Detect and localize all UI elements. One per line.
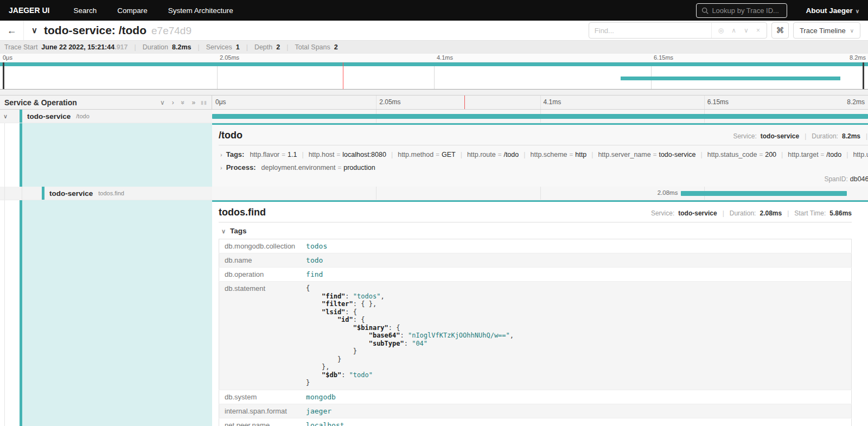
tag-separator: | (781, 151, 783, 158)
tag-separator: | (524, 151, 525, 158)
span-id-row: SpanID:db046b8efc5b7452 (824, 175, 868, 183)
tag-key: net.peer.name (219, 418, 301, 426)
minimap-left-scrubber[interactable] (3, 62, 4, 89)
tag-row: db.mongodb.collectiontodos (219, 239, 852, 253)
timeline-tick: 8.2ms (847, 98, 865, 106)
clear-find-icon[interactable]: × (756, 27, 760, 34)
minimap-cursor-guide (343, 62, 343, 89)
minimap-tick: 2.05ms (217, 54, 239, 61)
nav-item-search[interactable]: Search (73, 7, 97, 15)
tag-key: db.operation (219, 268, 301, 282)
chevron-down-icon: ∨ (850, 28, 854, 34)
chevron-down-icon: ∨ (856, 8, 859, 14)
minimap-tick-labels: 0μs 2.05ms 4.1ms 6.15ms 8.2ms (0, 54, 868, 62)
tags-section-toggle[interactable]: ∨Tags (220, 227, 852, 235)
tag-value: { "find": "todos", "filter": { }, "lsid"… (301, 282, 851, 390)
span-row-child[interactable]: todo-service todos.find 2.08ms (0, 187, 868, 200)
tag-row: db.statement{ "find": "todos", "filter":… (219, 282, 852, 390)
timeline-cursor-guide (464, 96, 465, 109)
tag-value: mongodb (301, 390, 851, 404)
tag-key: db.statement (219, 282, 301, 390)
timeline-tick: 2.05ms (376, 98, 400, 106)
detail-operation-title[interactable]: /todo (219, 130, 242, 141)
minimap-gridline (651, 62, 652, 89)
tag-item: http.status_code=200 (707, 151, 776, 158)
minimap-tick: 8.2ms (850, 54, 866, 61)
inline-tag-list: http.flavor=1.1|http.host=localhost:8080… (250, 151, 868, 158)
trace-collapse-chevron-icon[interactable]: ∨ (31, 26, 37, 35)
expand-one-icon[interactable]: › (172, 99, 174, 106)
services-value: 1 (236, 43, 240, 51)
minimap-tick: 4.1ms (434, 54, 453, 61)
keyboard-shortcuts-button[interactable]: ⌘ (771, 22, 789, 39)
collapse-one-icon[interactable]: ∨ (160, 99, 165, 106)
span-detail-gutter (0, 123, 212, 187)
span-detail-root: /todo Service:todo-service | Duration:8.… (0, 123, 868, 187)
tag-separator: | (701, 151, 703, 158)
trace-start-label: Trace Start (4, 43, 37, 51)
find-input[interactable]: Find... (589, 23, 711, 38)
chevron-right-icon: › (220, 151, 222, 158)
timeline-tick: 6.15ms (704, 98, 729, 106)
span-row-root[interactable]: ∨ todo-service /todo (0, 110, 868, 123)
tag-item: http.user_agent=M... (853, 151, 868, 158)
tag-key: db.mongodb.collection (219, 239, 301, 253)
expand-all-icon[interactable]: » (192, 99, 195, 106)
minimap-span-bar-root (0, 62, 868, 66)
detail-meta: Service:todo-service | Duration:8.2ms | … (733, 132, 868, 140)
tag-item: deployment.environment=production (261, 164, 375, 171)
tag-row: internal.span.formatjaeger (219, 404, 852, 418)
lookup-trace-input[interactable]: Lookup by Trace ID... (696, 3, 787, 18)
tree-guide-line (4, 123, 5, 187)
detail-indent-highlight (22, 200, 212, 426)
tag-value: find (301, 268, 851, 282)
service-color-bar (20, 110, 22, 123)
timeline-gridline (704, 96, 705, 109)
app-logo[interactable]: JAEGER UI (9, 6, 49, 15)
column-resizer-handle[interactable]: ▮▮ (201, 100, 207, 105)
nav-item-system-architecture[interactable]: System Architecture (168, 7, 233, 15)
span-service-name: todo-service (27, 112, 71, 120)
minimap-spacer (0, 90, 868, 95)
match-scroll-icon[interactable]: ◎ (718, 27, 724, 34)
service-color-bar (20, 200, 22, 426)
next-match-icon[interactable]: ∨ (744, 27, 749, 34)
span-duration-bar[interactable] (212, 114, 868, 119)
tag-key: db.system (219, 390, 301, 404)
minimap-right-scrubber[interactable] (863, 62, 864, 89)
service-color-bar (20, 123, 22, 187)
services-label: Services (206, 43, 232, 51)
prev-match-icon[interactable]: ∧ (731, 27, 736, 34)
timeline-tick: 4.1ms (540, 98, 561, 106)
timeline-gridline (376, 187, 376, 200)
duration-value: 8.2ms (172, 43, 191, 51)
back-button[interactable]: ← (0, 21, 24, 40)
nav-item-compare[interactable]: Compare (117, 7, 148, 15)
span-duration-bar[interactable] (681, 191, 847, 196)
tag-item: http.flavor=1.1 (250, 151, 297, 158)
span-service-name: todo-service (49, 189, 93, 198)
find-box: Find... ◎ ∧ ∨ × (589, 22, 767, 39)
trace-minimap[interactable] (0, 62, 868, 90)
process-accordion-row[interactable]: › Process: deployment.environment=produc… (219, 163, 868, 171)
collapse-all-icon[interactable]: » (180, 100, 186, 104)
span-detail-child: todos.find Service:todo-service | Durati… (0, 200, 868, 426)
tag-item: http.host=localhost:8080 (309, 151, 386, 158)
timeline-ticks: 0μs 2.05ms 4.1ms 6.15ms 8.2ms (212, 96, 868, 109)
trace-summary-bar: Trace Start June 22 2022, 15:21:44.917 |… (0, 41, 868, 54)
timeline-tick: 0μs (212, 98, 226, 106)
detail-operation-title[interactable]: todos.find (219, 207, 266, 218)
timeline-gridline (540, 96, 541, 109)
chevron-right-icon: › (220, 164, 222, 171)
tag-separator: | (391, 151, 393, 158)
tree-guide-line (4, 200, 5, 426)
span-detail-gutter (0, 200, 212, 426)
find-controls: ◎ ∧ ∨ × (711, 23, 767, 38)
row-collapse-chevron-icon[interactable]: ∨ (3, 113, 8, 120)
tree-guide-line (22, 187, 22, 200)
about-jaeger-menu[interactable]: About Jaeger∨ (806, 7, 859, 15)
tags-accordion-row[interactable]: › Tags: http.flavor=1.1|http.host=localh… (219, 150, 868, 158)
trace-title: todo-service: /todoe7e74d9 (44, 24, 192, 37)
lookup-placeholder: Lookup by Trace ID... (712, 7, 779, 15)
trace-view-selector[interactable]: Trace Timeline ∨ (793, 22, 860, 39)
